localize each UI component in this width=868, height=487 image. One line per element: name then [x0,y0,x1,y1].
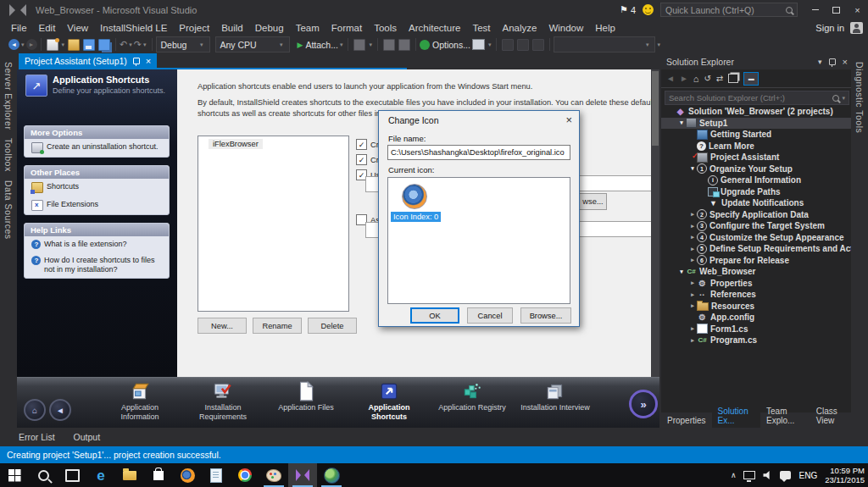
rename-button[interactable]: Rename [253,318,302,334]
tree-item-upgrade-paths[interactable]: Upgrade Paths [661,186,853,198]
taskbar-notepad[interactable] [202,463,231,487]
tree-collapsed-arrow-icon[interactable]: ▸ [688,325,697,332]
taskbar-file-explorer[interactable] [115,463,144,487]
icon-list[interactable]: Icon Index: 0 [387,177,570,304]
pin-icon[interactable] [133,58,140,64]
solution-explorer-search-input[interactable]: Search Solution Explorer (Ctrl+;) ▾ [665,91,849,105]
tree-item-resources[interactable]: ▸Resources [661,301,853,313]
menu-architecture[interactable]: Architecture [403,21,466,35]
tree-item-form1-cs[interactable]: ▸Form1.cs [661,324,853,335]
pane-close-icon[interactable]: × [843,57,848,67]
document-tab-project-assistant[interactable]: Project Assistant (Setup1) × [19,53,157,68]
user-avatar-icon[interactable] [850,22,863,34]
menu-format[interactable]: Format [326,21,368,35]
menu-tools[interactable]: Tools [368,21,403,35]
taskbar-search[interactable] [29,463,58,487]
save-all-button[interactable] [98,39,110,51]
new-button[interactable]: New... [198,318,247,334]
toolbar-misc-button-1[interactable] [353,39,365,51]
taskbar-paint[interactable] [259,463,288,487]
tab-toolbox[interactable]: Toolbox [3,138,14,172]
undo-button[interactable]: ↶ [120,39,127,50]
se-back-button[interactable]: ◄ [666,74,675,83]
solution-configuration-dropdown[interactable]: Debug▾ [156,36,210,53]
tree-collapsed-arrow-icon[interactable]: ▸ [688,279,697,286]
tree-collapsed-arrow-icon[interactable]: ▸ [688,291,697,298]
ok-button[interactable]: OK [410,307,459,324]
nav-application-shortcuts[interactable]: Application Shortcuts [354,380,424,421]
tree-item-learn-more[interactable]: ?Learn More [661,141,853,152]
firefox-icon-preview[interactable] [402,184,427,209]
tree-expanded-arrow-icon[interactable]: ▾ [677,119,686,126]
attach-button[interactable]: Attach... [305,40,338,50]
tree-item-customize-the-setup-appearance[interactable]: ▸4Customize the Setup Appearance [661,232,853,244]
browse-button-fragment[interactable]: wse... [579,193,607,210]
menu-window[interactable]: Window [542,21,589,35]
clock[interactable]: 10:59 PM 23/11/2015 [825,466,865,484]
tree-collapsed-arrow-icon[interactable]: ▸ [688,302,697,309]
tree-item-project-assistant[interactable]: Project Assistant [661,152,853,163]
tree-collapsed-arrow-icon[interactable]: ▸ [688,246,697,252]
shortcut-list-item[interactable]: iFlexBrowser [209,139,263,149]
delete-button[interactable]: Delete [308,318,357,334]
tree-collapsed-arrow-icon[interactable]: ▸ [688,257,697,263]
bottom-tab-error-list[interactable]: Error List [19,432,55,442]
help-dropdown-caret[interactable]: ▾ [488,42,492,48]
nav-application-information[interactable]: Application Information [105,380,175,421]
taskbar-visual-studio[interactable] [288,463,317,487]
open-file-button[interactable] [68,39,80,51]
quick-launch-input[interactable]: Quick Launch (Ctrl+Q) [660,3,798,17]
notifications-flag[interactable]: ⚑4 [620,4,636,15]
shortcuts-list[interactable]: iFlexBrowser [198,136,349,312]
taskbar-edge[interactable]: e [86,463,115,487]
menu-project[interactable]: Project [173,21,215,35]
options-button[interactable]: Options... [432,40,470,50]
nav-home-button[interactable]: ⌂ [24,399,46,421]
network-icon[interactable] [743,471,755,479]
tab-close-icon[interactable]: × [146,56,151,66]
tree-item-solution-web-browser-2-projects[interactable]: ◆Solution 'Web_Browser' (2 projects) [661,106,853,118]
menu-build[interactable]: Build [215,21,249,35]
menu-file[interactable]: File [5,21,33,35]
nav-installation-interview[interactable]: Installation Interview [520,380,590,421]
tree-collapsed-arrow-icon[interactable]: ▸ [688,223,697,230]
tool-tab-solution-ex[interactable]: Solution Ex... [712,405,760,428]
icon-index-selected[interactable]: Icon Index: 0 [391,212,441,222]
volume-icon[interactable] [763,471,772,480]
taskbar-web-browser-app[interactable] [317,463,346,487]
tree-expanded-arrow-icon[interactable]: ▾ [677,268,686,275]
cancel-button[interactable]: Cancel [467,307,513,324]
tree-item-prepare-for-release[interactable]: ▸6Prepare for Release [661,255,853,267]
file-name-input[interactable]: C:\Users\Shashangka\Desktop\firefox_orig… [387,145,570,160]
tree-item-update-notifications[interactable]: ▼Update Notifications [661,197,853,209]
nav-application-files[interactable]: Application Files [271,380,341,421]
nav-next-button[interactable]: » [629,390,658,418]
taskbar-firefox[interactable] [173,463,202,487]
tree-item-specify-application-data[interactable]: ▸2Specify Application Data [661,209,853,221]
tool-tab-team-explo[interactable]: Team Explo... [760,405,810,428]
bottom-tab-output[interactable]: Output [74,432,101,442]
tree-item-setup1[interactable]: ▾Setup1 [661,118,853,130]
icon-path-field-fragment-right-2[interactable] [579,221,651,237]
se-sync-button[interactable]: ⇄ [716,74,723,83]
menu-debug[interactable]: Debug [249,21,290,35]
tool-tab-properties[interactable]: Properties [661,414,712,428]
menu-team[interactable]: Team [290,21,326,35]
document-scrollbar[interactable] [651,69,659,377]
help-library-button[interactable] [472,39,485,50]
tree-item-general-information[interactable]: iGeneral Information [661,174,853,186]
se-forward-button[interactable]: ► [680,74,688,83]
tree-item-app-config[interactable]: ⚙App.config [661,312,853,324]
restore-button[interactable] [826,0,847,19]
menu-edit[interactable]: Edit [33,21,62,35]
attach-dropdown-caret[interactable]: ▾ [340,42,343,48]
menu-view[interactable]: View [61,21,94,35]
navigate-forward-button[interactable]: ► [26,39,37,50]
menu-test[interactable]: Test [466,21,496,35]
se-show-all-files-button[interactable] [728,74,738,83]
checkbox-icon[interactable]: ✓ [356,139,367,150]
sign-in-link[interactable]: Sign in [815,23,844,33]
tab-diagnostic-tools[interactable]: Diagnostic Tools [854,62,865,133]
tree-item-program-cs[interactable]: ▸C#Program.cs [661,335,853,346]
navigate-back-button[interactable]: ◄ [8,39,19,50]
